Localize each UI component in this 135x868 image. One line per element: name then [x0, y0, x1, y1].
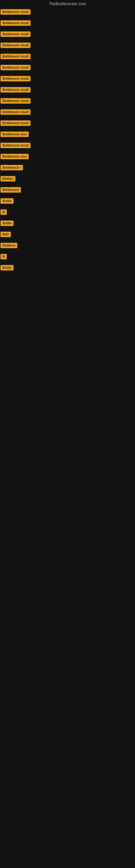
bottleneck-result-badge[interactable]: Bottleneck result	[1, 87, 31, 93]
list-item: Bottleneck resu	[0, 129, 135, 141]
bottleneck-result-badge[interactable]: Bottleneck result	[1, 109, 31, 115]
bottleneck-result-badge[interactable]: Bottleneck	[1, 187, 21, 193]
bottleneck-result-badge[interactable]: B	[1, 254, 7, 259]
list-item: Bottleneck result	[0, 7, 135, 18]
bottleneck-result-badge[interactable]: Bottleneck result	[1, 42, 31, 48]
list-item: Bottleneck	[0, 185, 135, 196]
list-item: Bottleneck result	[0, 40, 135, 52]
list-item: Bottle	[0, 196, 135, 207]
bottleneck-result-badge[interactable]: Bottleneck result	[1, 31, 31, 37]
bottleneck-result-badge[interactable]: Bottleneck result	[1, 143, 31, 148]
bottleneck-result-badge[interactable]: Bottleneck result	[1, 98, 31, 104]
list-item: Bottleneck result	[0, 74, 135, 85]
list-item: Bott	[0, 229, 135, 241]
list-item: B	[0, 252, 135, 263]
bottleneck-result-badge[interactable]: Bottleneck resu	[1, 154, 29, 159]
list-item: Bottlens	[0, 241, 135, 252]
bottleneck-result-badge[interactable]: Bottle	[1, 220, 13, 226]
bottleneck-result-badge[interactable]: Bottleneck result	[1, 20, 31, 26]
list-item: Bottleneck result	[0, 107, 135, 118]
bottleneck-result-badge[interactable]: Bottlen	[1, 176, 15, 182]
bottleneck-result-badge[interactable]: Bott	[1, 231, 11, 237]
list-item: Bottleneck result	[0, 52, 135, 63]
bottleneck-result-badge[interactable]: Bottle	[1, 198, 13, 204]
list-item: Bottleneck result	[0, 63, 135, 74]
bottleneck-result-badge[interactable]: Bottlens	[1, 243, 17, 248]
list-item: Bottle	[0, 263, 135, 274]
bottleneck-result-badge[interactable]: Bottleneck result	[1, 65, 31, 70]
list-item: Bottleneck result	[0, 96, 135, 107]
bottleneck-result-badge[interactable]: Bottle	[1, 265, 13, 271]
bottleneck-result-badge[interactable]: Bottleneck result	[1, 9, 31, 14]
list-item: Bottle	[0, 218, 135, 229]
bottleneck-result-badge[interactable]: Bottleneck result	[1, 76, 31, 82]
bottleneck-result-badge[interactable]: Bottleneck r	[1, 165, 23, 170]
bottleneck-result-badge[interactable]: Bottleneck resu	[1, 131, 29, 137]
list-item: Bottleneck resu	[0, 152, 135, 163]
list-item: B	[0, 207, 135, 218]
list-item: Bottleneck result	[0, 29, 135, 40]
site-title: TheBottlenecker.com	[0, 0, 135, 7]
list-item: Bottleneck r	[0, 163, 135, 174]
list-item: Bottleneck result	[0, 118, 135, 129]
list-item: Bottleneck result	[0, 141, 135, 152]
bottleneck-result-badge[interactable]: B	[1, 209, 7, 215]
bottleneck-result-badge[interactable]: Bottleneck result	[1, 54, 31, 59]
list-item: Bottleneck result	[0, 85, 135, 96]
list-item: Bottlen	[0, 174, 135, 185]
bottleneck-result-badge[interactable]: Bottleneck result	[1, 120, 31, 126]
list-item: Bottleneck result	[0, 18, 135, 29]
